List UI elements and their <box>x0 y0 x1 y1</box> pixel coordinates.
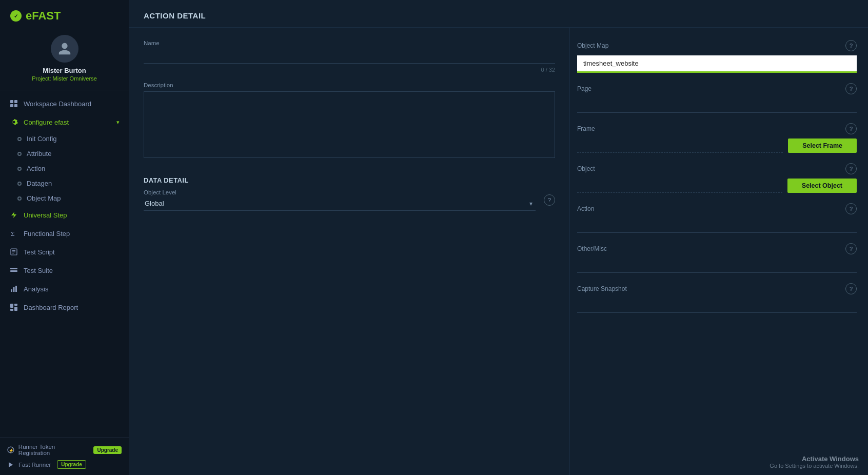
name-label: Name <box>144 40 555 46</box>
page-input[interactable] <box>577 98 857 113</box>
sidebar-item-test-suite[interactable]: Test Suite <box>0 261 129 280</box>
other-misc-input[interactable] <box>577 259 857 273</box>
object-map-field: Object Map ? <box>577 40 857 73</box>
svg-rect-2 <box>10 104 13 107</box>
dot-icon <box>17 196 22 201</box>
object-map-header: Object Map ? <box>577 40 857 51</box>
sidebar-item-analysis[interactable]: Analysis <box>0 280 129 298</box>
dot-icon <box>17 137 22 141</box>
svg-text:⚡: ⚡ <box>9 448 14 453</box>
page-header: ACTION DETAIL <box>129 0 868 28</box>
object-level-label: Object Level <box>144 189 536 195</box>
dot-icon <box>17 167 22 171</box>
dashboard-icon <box>9 303 18 312</box>
object-label: Object <box>577 165 595 172</box>
sidebar-label-workspace-dashboard: Workspace Dashboard <box>24 100 91 108</box>
left-panel: Name 0 / 32 Description DATA DETAIL Obje… <box>129 28 569 475</box>
grid-icon <box>9 99 18 108</box>
user-section: Mister Burton Project: Mister Omniverse <box>0 28 129 90</box>
object-level-select[interactable]: Global <box>144 196 536 211</box>
object-input-line <box>577 179 782 193</box>
action-header: Action ? <box>577 203 857 214</box>
name-input[interactable] <box>144 49 555 64</box>
configure-efast-submenu: Init Config Attribute Action Datagen Obj… <box>0 131 129 206</box>
capture-snapshot-field: Capture Snapshot ? <box>577 283 857 313</box>
svg-rect-0 <box>10 100 13 103</box>
object-level-group: Object Level Global <box>144 189 536 211</box>
sidebar-item-action[interactable]: Action <box>17 161 129 176</box>
action-input[interactable] <box>577 219 857 233</box>
fast-runner-item[interactable]: Fast Runner Upgrade <box>7 460 122 469</box>
action-label: Action <box>577 205 594 212</box>
sidebar-item-test-script[interactable]: Test Script <box>0 243 129 261</box>
sidebar-item-attribute[interactable]: Attribute <box>17 146 129 161</box>
sidebar: ✓ eFAST Mister Burton Project: Mister Om… <box>0 0 129 475</box>
chart-icon <box>9 284 18 293</box>
object-help-btn[interactable]: ? <box>845 163 857 174</box>
page-field: Page ? <box>577 83 857 113</box>
svg-rect-11 <box>11 289 12 292</box>
dot-icon <box>17 152 22 156</box>
other-misc-label: Other/Misc <box>577 245 607 252</box>
object-level-row: Object Level Global ? <box>144 189 555 211</box>
svg-rect-13 <box>15 286 17 292</box>
svg-rect-16 <box>10 309 13 311</box>
page-label: Page <box>577 85 591 92</box>
capture-snapshot-header: Capture Snapshot ? <box>577 283 857 294</box>
data-detail-title: DATA DETAIL <box>144 176 555 189</box>
frame-header: Frame ? <box>577 123 857 134</box>
select-frame-button[interactable]: Select Frame <box>788 138 857 153</box>
svg-marker-20 <box>9 462 13 467</box>
sidebar-item-workspace-dashboard[interactable]: Workspace Dashboard <box>0 94 129 113</box>
runner-token-item[interactable]: ⚡ Runner Token Registration Upgrade <box>7 444 122 456</box>
svg-rect-15 <box>14 304 17 306</box>
object-level-select-wrapper: Global <box>144 196 536 211</box>
suite-icon <box>9 266 18 275</box>
other-misc-help-btn[interactable]: ? <box>845 243 857 254</box>
sidebar-item-dashboard-report[interactable]: Dashboard Report <box>0 298 129 316</box>
sidebar-item-object-map[interactable]: Object Map <box>17 191 129 206</box>
page-title: ACTION DETAIL <box>144 11 854 20</box>
description-input[interactable] <box>144 91 555 158</box>
sidebar-item-datagen[interactable]: Datagen <box>17 176 129 191</box>
svg-rect-14 <box>10 304 13 308</box>
sidebar-label-universal-step: Universal Step <box>24 211 67 219</box>
description-label: Description <box>144 82 555 88</box>
action-help-btn[interactable]: ? <box>845 203 857 214</box>
object-input-row: Select Object <box>577 179 857 193</box>
object-level-help-btn[interactable]: ? <box>544 194 555 206</box>
capture-snapshot-input[interactable] <box>577 299 857 313</box>
script-icon <box>9 247 18 256</box>
sidebar-item-functional-step[interactable]: Σ Functional Step <box>0 224 129 243</box>
object-map-label: Object Map <box>577 42 608 49</box>
svg-rect-1 <box>14 100 17 103</box>
frame-help-btn[interactable]: ? <box>845 123 857 134</box>
content-area: Name 0 / 32 Description DATA DETAIL Obje… <box>129 28 868 475</box>
sidebar-item-init-config[interactable]: Init Config <box>17 131 129 146</box>
runner-token-upgrade-badge[interactable]: Upgrade <box>93 446 122 454</box>
fast-runner-upgrade-badge[interactable]: Upgrade <box>57 460 86 469</box>
capture-snapshot-help-btn[interactable]: ? <box>845 283 857 294</box>
logo-text: eFAST <box>26 9 61 23</box>
sidebar-item-configure-efast[interactable]: Configure efast ▾ <box>0 113 129 131</box>
select-object-button[interactable]: Select Object <box>787 179 857 193</box>
object-map-input[interactable] <box>577 55 857 73</box>
name-counter: 0 / 32 <box>144 67 555 73</box>
main-content: ACTION DETAIL Name 0 / 32 Description DA… <box>129 0 868 475</box>
data-detail-section: DATA DETAIL Object Level Global ? <box>144 176 555 211</box>
sigma-icon: Σ <box>9 229 18 238</box>
gear-icon <box>9 117 18 127</box>
svg-rect-17 <box>14 307 17 311</box>
frame-label: Frame <box>577 125 595 132</box>
capture-snapshot-label: Capture Snapshot <box>577 285 627 292</box>
name-field-group: Name 0 / 32 <box>144 40 555 73</box>
sidebar-item-universal-step[interactable]: Universal Step <box>0 206 129 224</box>
svg-rect-12 <box>13 287 15 292</box>
sidebar-footer: ⚡ Runner Token Registration Upgrade Fast… <box>0 437 129 475</box>
frame-input-row: Select Frame <box>577 138 857 153</box>
chevron-down-icon: ▾ <box>116 119 120 126</box>
object-header: Object ? <box>577 163 857 174</box>
object-map-help-btn[interactable]: ? <box>845 40 857 51</box>
page-help-btn[interactable]: ? <box>845 83 857 94</box>
fast-runner-label: Fast Runner <box>18 462 51 468</box>
